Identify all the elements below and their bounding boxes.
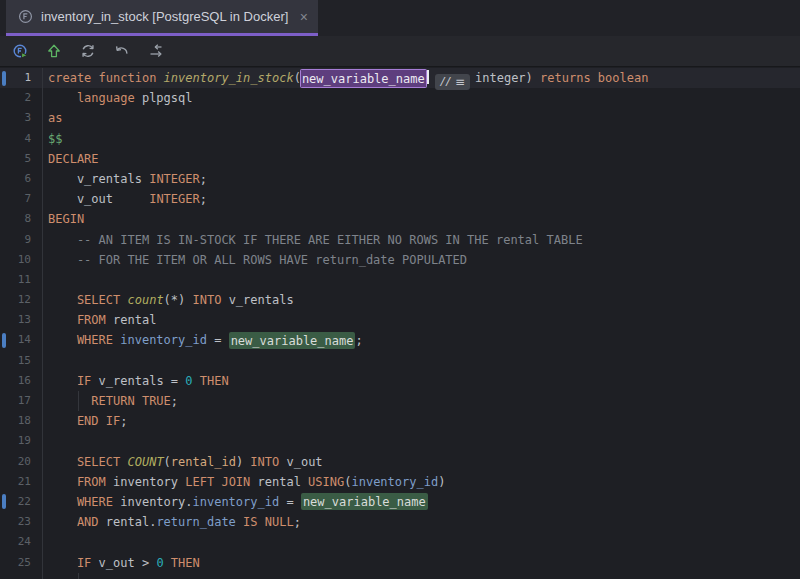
- code-text[interactable]: IF v_rentals = 0 THEN: [43, 371, 229, 391]
- code-text[interactable]: [43, 270, 48, 290]
- token-id: rental.: [106, 515, 157, 529]
- token-col: inventory_id: [120, 333, 207, 347]
- code-text[interactable]: IF v_out > 0 THEN: [43, 553, 200, 573]
- line-number[interactable]: 17: [0, 391, 43, 411]
- token-kw: FROM: [48, 475, 113, 489]
- line-number[interactable]: 2: [0, 88, 43, 108]
- line-number[interactable]: 6: [0, 169, 43, 189]
- code-text[interactable]: -- AN ITEM IS IN-STOCK IF THERE ARE EITH…: [43, 230, 583, 250]
- code-line[interactable]: 13 FROM rental: [0, 310, 800, 330]
- line-number[interactable]: 25: [0, 553, 43, 573]
- token-id: rental: [258, 475, 309, 489]
- code-line[interactable]: 4$$: [0, 129, 800, 149]
- code-line[interactable]: 17 RETURN TRUE;: [0, 391, 800, 411]
- code-line[interactable]: 1create function inventory_in_stock(new_…: [0, 68, 800, 88]
- token-id: (: [164, 455, 171, 469]
- token-id: ;: [171, 394, 178, 408]
- code-line[interactable]: 20 SELECT COUNT(rental_id) INTO v_out: [0, 452, 800, 472]
- line-number[interactable]: 14: [0, 330, 43, 350]
- code-line[interactable]: 12 SELECT count(*) INTO v_rentals: [0, 290, 800, 310]
- code-text[interactable]: FROM rental: [43, 310, 156, 330]
- code-text[interactable]: [43, 532, 48, 552]
- line-number[interactable]: 20: [0, 452, 43, 472]
- line-number[interactable]: 22: [0, 492, 43, 512]
- line-number[interactable]: [0, 573, 43, 579]
- undo-button[interactable]: [110, 39, 134, 63]
- code-text[interactable]: DECLARE: [43, 149, 99, 169]
- code-line[interactable]: 22 WHERE inventory.inventory_id = new_va…: [0, 492, 800, 512]
- token-col: inventory_id: [193, 495, 280, 509]
- code-text[interactable]: create function inventory_in_stock(new_v…: [43, 68, 648, 88]
- code-line[interactable]: 14 WHERE inventory_id = new_variable_nam…: [0, 330, 800, 350]
- code-line[interactable]: 2 language plpgsql: [0, 88, 800, 108]
- line-number[interactable]: 12: [0, 290, 43, 310]
- line-number[interactable]: 18: [0, 411, 43, 431]
- line-number[interactable]: 9: [0, 230, 43, 250]
- code-text[interactable]: WHERE inventory_id = new_variable_name;: [43, 330, 363, 350]
- code-line[interactable]: 18 END IF;: [0, 411, 800, 431]
- code-line[interactable]: 6 v_rentals INTEGER;: [0, 169, 800, 189]
- code-line[interactable]: 10 -- FOR THE ITEM OR ALL ROWS HAVE retu…: [0, 250, 800, 270]
- code-text[interactable]: SELECT COUNT(rental_id) INTO v_out: [43, 452, 323, 472]
- code-text[interactable]: v_out INTEGER;: [43, 189, 207, 209]
- code-line[interactable]: 21 FROM inventory LEFT JOIN rental USING…: [0, 472, 800, 492]
- line-number[interactable]: 21: [0, 472, 43, 492]
- editor-filler-line[interactable]: [0, 573, 800, 579]
- code-line[interactable]: 19: [0, 431, 800, 451]
- code-line[interactable]: 25 IF v_out > 0 THEN: [0, 553, 800, 573]
- code-text[interactable]: language plpgsql: [43, 88, 193, 108]
- token-id: ): [236, 455, 250, 469]
- code-line[interactable]: 5DECLARE: [0, 149, 800, 169]
- code-editor[interactable]: 1create function inventory_in_stock(new_…: [0, 68, 800, 579]
- tab-inventory-in-stock[interactable]: inventory_in_stock [PostgreSQL in Docker…: [6, 0, 318, 33]
- line-number[interactable]: 5: [0, 149, 43, 169]
- code-text[interactable]: $$: [43, 129, 62, 149]
- line-number[interactable]: 3: [0, 108, 43, 128]
- close-icon[interactable]: ×: [300, 10, 308, 24]
- line-number[interactable]: 15: [0, 351, 43, 371]
- token-id: inventory.: [120, 495, 192, 509]
- code-text[interactable]: -- FOR THE ITEM OR ALL ROWS HAVE return_…: [43, 250, 467, 270]
- code-line[interactable]: 24: [0, 532, 800, 552]
- code-text[interactable]: BEGIN: [43, 209, 84, 229]
- line-number[interactable]: 4: [0, 129, 43, 149]
- code-line[interactable]: 16 IF v_rentals = 0 THEN: [0, 371, 800, 391]
- code-line[interactable]: 23 AND rental.return_date IS NULL;: [0, 512, 800, 532]
- run-function-button[interactable]: [8, 39, 32, 63]
- code-text[interactable]: v_rentals INTEGER;: [43, 169, 207, 189]
- line-number[interactable]: 7: [0, 189, 43, 209]
- commit-button[interactable]: [42, 39, 66, 63]
- line-number[interactable]: 23: [0, 512, 43, 532]
- code-line[interactable]: 7 v_out INTEGER;: [0, 189, 800, 209]
- token-id: (*): [164, 293, 193, 307]
- code-text[interactable]: FROM inventory LEFT JOIN rental USING(in…: [43, 472, 445, 492]
- code-text[interactable]: [43, 431, 48, 451]
- code-text[interactable]: as: [43, 108, 62, 128]
- line-number[interactable]: 24: [0, 532, 43, 552]
- line-number[interactable]: 13: [0, 310, 43, 330]
- code-line[interactable]: 11: [0, 270, 800, 290]
- code-line[interactable]: 15: [0, 351, 800, 371]
- code-text[interactable]: [43, 573, 48, 579]
- line-number[interactable]: 1: [0, 68, 43, 88]
- code-line[interactable]: 8BEGIN: [0, 209, 800, 229]
- line-number[interactable]: 19: [0, 431, 43, 451]
- code-line[interactable]: 9 -- AN ITEM IS IN-STOCK IF THERE ARE EI…: [0, 230, 800, 250]
- token-kw: USING: [308, 475, 344, 489]
- token-id: rental: [113, 313, 156, 327]
- code-text[interactable]: AND rental.return_date IS NULL;: [43, 512, 301, 532]
- code-text[interactable]: WHERE inventory.inventory_id = new_varia…: [43, 492, 428, 512]
- jump-to-source-button[interactable]: [144, 39, 168, 63]
- refresh-button[interactable]: [76, 39, 100, 63]
- line-number[interactable]: 8: [0, 209, 43, 229]
- code-line[interactable]: 3as: [0, 108, 800, 128]
- code-text[interactable]: SELECT count(*) INTO v_rentals: [43, 290, 294, 310]
- line-number[interactable]: 10: [0, 250, 43, 270]
- line-number[interactable]: 11: [0, 270, 43, 290]
- code-text[interactable]: [43, 351, 48, 371]
- token-fn: inventory_in_stock: [164, 71, 294, 85]
- code-text[interactable]: END IF;: [43, 411, 127, 431]
- code-text[interactable]: RETURN TRUE;: [43, 391, 178, 411]
- token-kw: THEN: [193, 374, 229, 388]
- line-number[interactable]: 16: [0, 371, 43, 391]
